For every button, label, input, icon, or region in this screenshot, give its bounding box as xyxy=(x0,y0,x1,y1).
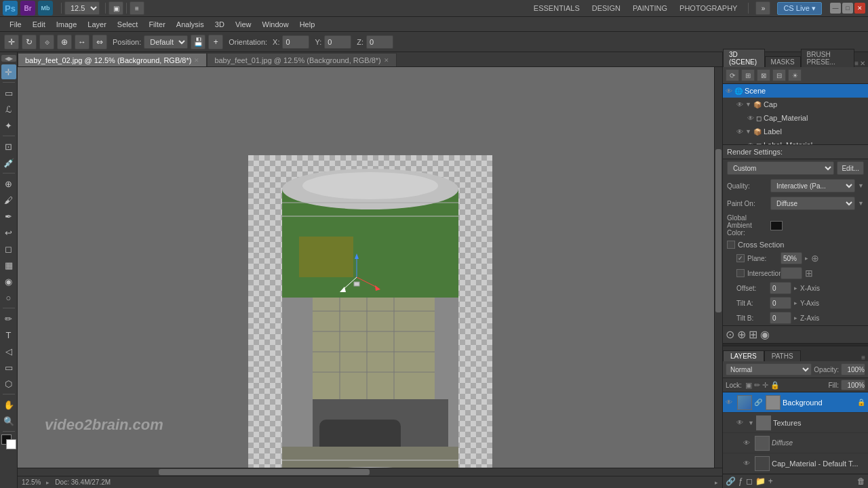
pen-tool[interactable]: ✏ xyxy=(1,311,16,326)
scale-icon[interactable]: ↔ xyxy=(75,35,90,49)
bridge-logo[interactable]: Br xyxy=(20,1,35,16)
layers-menu-icon[interactable]: ≡ xyxy=(861,354,865,361)
workspace-design[interactable]: DESIGN xyxy=(588,3,625,14)
scene-tree-scene[interactable]: 👁 🌐 Scene xyxy=(723,84,868,98)
scene-zoom-tool[interactable]: ⊠ xyxy=(757,69,770,81)
tab-close-1[interactable]: ✕ xyxy=(194,57,199,64)
intersection-icon[interactable]: ⊞ xyxy=(805,268,813,279)
tab-masks[interactable]: MASKS xyxy=(765,56,801,67)
document-size-selector[interactable]: 12.52550100 xyxy=(64,1,100,15)
menu-filter[interactable]: Filter xyxy=(143,19,170,30)
plane-field[interactable] xyxy=(781,252,802,264)
scene-grid-tool[interactable]: ⊟ xyxy=(772,69,786,81)
menu-file[interactable]: File xyxy=(4,19,27,30)
lock-transparent-icon[interactable]: ▣ xyxy=(745,381,752,390)
add-style-icon[interactable]: ƒ xyxy=(738,476,743,486)
menu-layer[interactable]: Layer xyxy=(82,19,112,30)
spot-heal-tool[interactable]: ⊕ xyxy=(1,176,16,191)
workspace-painting[interactable]: PAINTING xyxy=(629,3,671,14)
close-button[interactable]: ✕ xyxy=(854,3,865,14)
opacity-field[interactable] xyxy=(841,363,865,375)
tilt-a-field[interactable] xyxy=(770,297,791,309)
cap-material-eye-icon[interactable]: 👁 xyxy=(743,460,753,467)
diffuse-eye-icon[interactable]: 👁 xyxy=(743,439,753,447)
cap-material-eye[interactable]: 👁 xyxy=(747,115,754,122)
scene-pan-tool[interactable]: ⊞ xyxy=(741,69,755,81)
cap-toggle[interactable]: ▼ xyxy=(745,101,751,108)
horizontal-scrollbar[interactable] xyxy=(18,468,722,476)
scene-eye[interactable]: 👁 xyxy=(726,87,732,95)
y-field[interactable] xyxy=(324,35,351,49)
tilt-a-arrow[interactable]: ▸ xyxy=(794,300,797,306)
blur-tool[interactable]: ◉ xyxy=(1,274,16,289)
quality-arrow[interactable]: ▼ xyxy=(858,182,864,189)
tilt-b-arrow[interactable]: ▸ xyxy=(794,314,797,321)
workspace-photography[interactable]: PHOTOGRAPHY xyxy=(675,3,741,14)
lock-all-icon[interactable]: 🔒 xyxy=(770,381,780,390)
eyedropper-tool[interactable]: 💉 xyxy=(1,155,16,170)
plane-icon[interactable]: ⊕ xyxy=(811,253,819,264)
delete-layer-icon[interactable]: 🗑 xyxy=(857,476,865,486)
tab-paths[interactable]: PATHS xyxy=(764,350,801,361)
lock-position-icon[interactable]: ✛ xyxy=(762,381,768,390)
slide-icon[interactable]: ⇔ xyxy=(92,35,107,49)
wand-tool[interactable]: ✦ xyxy=(1,118,16,133)
rotate-icon[interactable]: ↻ xyxy=(22,35,37,49)
crop-tool[interactable]: ⊡ xyxy=(1,139,16,154)
offset-field[interactable] xyxy=(770,282,791,294)
foreground-background-colors[interactable] xyxy=(1,434,16,449)
cap-eye[interactable]: 👁 xyxy=(736,101,743,108)
tab-layers[interactable]: LAYERS xyxy=(723,350,764,361)
background-link-icon[interactable]: 🔗 xyxy=(754,399,764,406)
move-tool[interactable]: ✛ xyxy=(1,64,16,79)
label-toggle[interactable]: ▼ xyxy=(745,128,751,135)
menu-image[interactable]: Image xyxy=(51,19,83,30)
brush-tool[interactable]: 🖌 xyxy=(1,192,16,207)
gradient-tool[interactable]: ▦ xyxy=(1,258,16,272)
render-preset-dropdown[interactable]: Custom xyxy=(727,161,834,175)
layer-textures[interactable]: 👁 ▼ Textures xyxy=(723,413,868,433)
position-dropdown[interactable]: Default xyxy=(144,35,188,49)
new-layer-icon[interactable]: + xyxy=(768,476,773,486)
tab-baby-feet-02[interactable]: baby_feet_02.jpg @ 12.5% (Background, RG… xyxy=(18,53,207,66)
tab-brush-preset[interactable]: BRUSH PRESE... xyxy=(801,49,855,67)
hand-tool[interactable]: ✋ xyxy=(1,397,16,412)
save-position-btn[interactable]: 💾 xyxy=(191,35,205,49)
render-edit-button[interactable]: Edit... xyxy=(837,161,864,175)
scene-light-tool[interactable]: ☀ xyxy=(788,69,802,81)
workspace-essentials[interactable]: ESSENTIALS xyxy=(530,3,584,14)
lasso-tool[interactable]: ℒ xyxy=(1,102,16,117)
layer-cap-material[interactable]: 👁 Cap_Material - Default T... xyxy=(723,453,868,474)
3d-gizmo[interactable] xyxy=(330,250,384,304)
link-layers-icon[interactable]: 🔗 xyxy=(726,476,736,486)
create-btn[interactable]: + xyxy=(208,35,223,49)
paint-on-dropdown[interactable]: Diffuse xyxy=(770,197,855,210)
add-mask-icon[interactable]: ◻ xyxy=(746,476,753,486)
3d-rotate-icon[interactable]: ⊙ xyxy=(726,328,734,341)
lock-pixels-icon[interactable]: ✏ xyxy=(754,381,760,390)
minimize-button[interactable]: — xyxy=(830,3,841,14)
minibrige-logo[interactable]: Mb xyxy=(38,1,53,16)
menu-view[interactable]: View xyxy=(230,19,257,30)
clone-tool[interactable]: ✒ xyxy=(1,209,16,224)
label-eye[interactable]: 👁 xyxy=(736,128,743,136)
z-field[interactable] xyxy=(366,35,393,49)
dodge-tool[interactable]: ○ xyxy=(1,290,16,305)
background-color[interactable] xyxy=(6,439,16,449)
blend-mode-dropdown[interactable]: Normal xyxy=(726,363,812,375)
ambient-color-swatch[interactable] xyxy=(770,221,783,230)
intersection-checkbox[interactable] xyxy=(736,269,745,277)
menu-3d[interactable]: 3D xyxy=(210,19,230,30)
tab-baby-feet-01[interactable]: baby_feet_01.jpg @ 12.5% (Background, RG… xyxy=(207,53,396,66)
tab-close-2[interactable]: ✕ xyxy=(384,57,389,64)
plane-checkbox[interactable] xyxy=(736,254,745,262)
panel-close-icon[interactable]: ✕ xyxy=(860,60,865,67)
maximize-button[interactable]: □ xyxy=(842,3,853,14)
zoom-menu-arrow[interactable]: ▸ xyxy=(46,479,50,486)
layer-background[interactable]: 👁 🔗 Background 🔒 xyxy=(723,392,868,413)
cross-section-checkbox[interactable] xyxy=(727,241,735,249)
menu-select[interactable]: Select xyxy=(112,19,144,30)
add-group-icon[interactable]: 📁 xyxy=(755,476,766,486)
select-tool[interactable]: ▭ xyxy=(1,85,16,100)
shape-tool[interactable]: ▭ xyxy=(1,360,16,375)
